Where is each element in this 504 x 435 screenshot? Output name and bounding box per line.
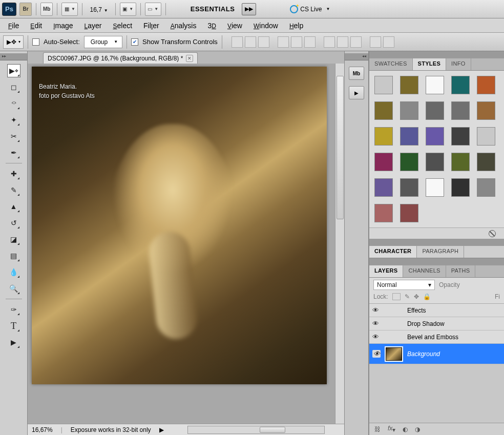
clone-stamp-tool[interactable]: ▲ xyxy=(7,200,20,213)
align-vcenter-button[interactable] xyxy=(245,36,256,48)
type-tool[interactable]: T xyxy=(7,319,20,333)
distribute-hcenter-button[interactable] xyxy=(383,36,394,48)
style-swatch[interactable] xyxy=(374,76,393,94)
style-swatch[interactable] xyxy=(477,153,495,171)
style-swatch[interactable] xyxy=(451,127,470,146)
brush-tool[interactable]: ✎ xyxy=(7,183,20,197)
distribute-top-button[interactable] xyxy=(324,36,335,48)
tab-channels[interactable]: CHANNELS xyxy=(403,265,446,277)
view-extras-button[interactable]: ▦▼ xyxy=(61,3,78,16)
menu-window[interactable]: Window xyxy=(248,19,283,32)
mini-bridge-button[interactable]: Mb xyxy=(40,3,53,16)
bridge-button[interactable]: Br xyxy=(19,3,32,16)
workspace-switcher[interactable]: ▶▶ xyxy=(242,3,256,15)
style-swatch[interactable] xyxy=(451,153,470,171)
link-layers-icon[interactable]: ⛓ xyxy=(374,426,381,433)
menu-filter[interactable]: Filter xyxy=(138,19,164,32)
tool-preset-picker[interactable]: ▶✥▾ xyxy=(3,35,24,49)
style-swatch[interactable] xyxy=(426,76,444,94)
style-swatch[interactable] xyxy=(477,178,495,197)
menu-file[interactable]: File xyxy=(3,19,24,32)
menu-edit[interactable]: Edit xyxy=(25,19,47,32)
dodge-tool[interactable]: 🔍 xyxy=(7,282,20,295)
lock-all-icon[interactable]: 🔒 xyxy=(423,293,431,300)
status-zoom[interactable]: 16,67% xyxy=(32,426,53,433)
menu-layer[interactable]: Layer xyxy=(79,19,107,32)
status-arrow-icon[interactable]: ▶ xyxy=(159,426,164,433)
horizontal-scrollbar-thumb[interactable] xyxy=(260,427,285,433)
style-swatch[interactable] xyxy=(426,178,444,197)
style-swatch[interactable] xyxy=(374,101,393,120)
align-top-button[interactable] xyxy=(232,36,243,48)
canvas[interactable]: Beatriz Maria. foto por Gustavo Ats xyxy=(32,67,327,384)
show-transform-checkbox[interactable]: ✔ xyxy=(131,38,138,46)
style-swatch[interactable] xyxy=(426,153,444,171)
quick-select-tool[interactable]: ✦ xyxy=(7,113,20,127)
marquee-tool[interactable]: ◻ xyxy=(7,80,20,94)
history-brush-tool[interactable]: ↺ xyxy=(7,216,20,230)
tools-collapse[interactable] xyxy=(0,53,27,60)
style-swatch[interactable] xyxy=(400,76,418,94)
lock-position-icon[interactable]: ✥ xyxy=(414,293,419,300)
style-swatch[interactable] xyxy=(374,153,393,171)
document-tab[interactable]: DSC00967.JPG @ 16,7% (Background, RGB/8)… xyxy=(43,52,198,64)
menu-analysis[interactable]: Analysis xyxy=(165,19,202,32)
style-swatch[interactable] xyxy=(426,101,444,120)
screen-mode-button[interactable]: ▭▼ xyxy=(145,3,161,16)
distribute-vcenter-button[interactable] xyxy=(337,36,348,48)
distribute-bottom-button[interactable] xyxy=(350,36,362,48)
layer-fx-icon[interactable]: fx▾ xyxy=(388,425,395,433)
lasso-tool[interactable]: ⌔ xyxy=(7,97,20,110)
style-swatch[interactable] xyxy=(374,204,393,222)
align-bottom-button[interactable] xyxy=(258,36,269,48)
tab-layers[interactable]: LAYERS xyxy=(369,265,403,277)
tab-swatches[interactable]: SWATCHES xyxy=(369,58,413,70)
style-swatch[interactable] xyxy=(426,127,444,146)
dock-expand[interactable] xyxy=(345,53,368,60)
style-swatch[interactable] xyxy=(400,101,418,120)
path-select-tool[interactable]: ▶ xyxy=(7,336,20,349)
vertical-scrollbar-thumb[interactable] xyxy=(337,76,344,219)
style-swatch[interactable] xyxy=(451,178,470,197)
layer-background[interactable]: 👁 Background xyxy=(369,344,504,364)
menu-view[interactable]: View xyxy=(222,19,247,32)
cs-live-button[interactable]: CS Live▼ xyxy=(290,5,330,13)
eyedropper-tool[interactable]: ✒ xyxy=(7,146,20,159)
tab-character[interactable]: CHARACTER xyxy=(369,246,417,258)
style-swatch[interactable] xyxy=(374,178,393,197)
tab-paragraph[interactable]: PARAGRAPH xyxy=(417,246,464,258)
style-swatch[interactable] xyxy=(477,127,495,146)
healing-brush-tool[interactable]: ✚ xyxy=(7,167,20,180)
align-left-button[interactable] xyxy=(278,36,289,48)
distribute-left-button[interactable] xyxy=(370,36,381,48)
arrange-documents-button[interactable]: ▣▼ xyxy=(120,3,136,16)
align-hcenter-button[interactable] xyxy=(291,36,302,48)
style-swatch[interactable] xyxy=(400,127,418,146)
clear-style-icon[interactable] xyxy=(489,230,496,237)
dock-minibridge-icon[interactable]: Mb xyxy=(349,67,364,80)
pen-tool[interactable]: ✑ xyxy=(7,303,20,316)
tab-paths[interactable]: PATHS xyxy=(446,265,476,277)
adjustment-layer-icon[interactable]: ◑ xyxy=(415,426,420,433)
align-right-button[interactable] xyxy=(304,36,316,48)
crop-tool[interactable]: ✂ xyxy=(7,130,20,143)
lock-pixels-icon[interactable]: ✎ xyxy=(405,293,410,300)
close-tab-icon[interactable]: ✕ xyxy=(186,55,193,62)
menu-help[interactable]: Help xyxy=(284,19,308,32)
style-swatch[interactable] xyxy=(400,178,418,197)
vertical-scrollbar[interactable] xyxy=(335,64,344,424)
style-swatch[interactable] xyxy=(477,101,495,120)
visibility-icon[interactable]: 👁 xyxy=(372,320,381,327)
lock-transparent-icon[interactable] xyxy=(392,293,401,300)
style-swatch[interactable] xyxy=(477,76,495,94)
visibility-icon[interactable]: 👁 xyxy=(372,350,381,358)
horizontal-scrollbar[interactable] xyxy=(187,426,325,434)
style-swatch[interactable] xyxy=(451,101,470,120)
gradient-tool[interactable]: ▤ xyxy=(7,249,20,262)
menu-select[interactable]: Select xyxy=(108,19,137,32)
dock-play-icon[interactable]: ▶ xyxy=(349,86,364,99)
style-swatch[interactable] xyxy=(451,76,470,94)
layer-effects-row[interactable]: 👁 Effects xyxy=(369,304,504,317)
visibility-icon[interactable]: 👁 xyxy=(372,306,381,314)
style-swatch[interactable] xyxy=(400,153,418,171)
